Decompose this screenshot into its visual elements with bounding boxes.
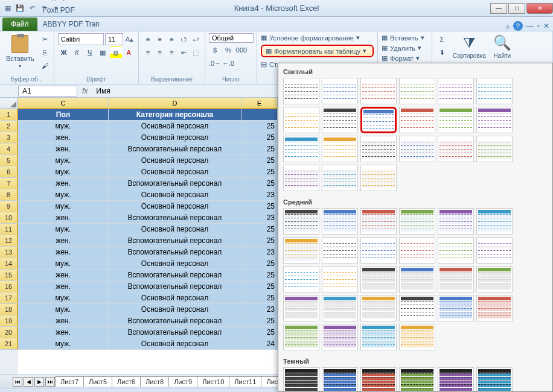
find-select-button[interactable]: 🔍 Найти bbox=[491, 33, 514, 60]
sheet-nav-next-icon[interactable]: ▶ bbox=[34, 377, 44, 387]
cell[interactable]: Основной персонал bbox=[109, 155, 241, 166]
border-icon[interactable]: ▦ bbox=[97, 46, 109, 58]
cell[interactable]: муж. bbox=[18, 304, 109, 315]
row-header-3[interactable]: 3 bbox=[0, 132, 18, 144]
table-style-thumb[interactable] bbox=[360, 107, 397, 133]
table-style-thumb[interactable] bbox=[322, 367, 358, 392]
align-center-icon[interactable]: ≡ bbox=[155, 46, 165, 58]
fill-color-icon[interactable]: ◍ bbox=[110, 46, 122, 58]
table-style-thumb[interactable] bbox=[476, 78, 513, 104]
cell[interactable]: 25 bbox=[241, 292, 278, 304]
inc-decimal-icon[interactable]: .0→ bbox=[209, 57, 221, 69]
table-style-thumb[interactable] bbox=[283, 165, 319, 191]
sheet-tab[interactable]: Лист6 bbox=[112, 376, 141, 387]
table-style-thumb[interactable] bbox=[322, 295, 358, 321]
table-style-thumb[interactable] bbox=[283, 324, 319, 350]
cell[interactable]: Основной персонал bbox=[109, 166, 241, 178]
cell[interactable]: 25 bbox=[241, 201, 278, 212]
cell[interactable]: Основной персонал bbox=[109, 121, 241, 132]
fill-icon[interactable]: ⬇ bbox=[436, 46, 448, 58]
table-style-thumb[interactable] bbox=[438, 295, 474, 321]
cell[interactable]: Основной персонал bbox=[109, 338, 241, 350]
table-style-thumb[interactable] bbox=[399, 295, 435, 321]
fx-icon[interactable]: fx bbox=[77, 87, 92, 95]
cell[interactable]: 25 bbox=[241, 315, 278, 327]
table-style-thumb[interactable] bbox=[360, 78, 397, 104]
cell[interactable]: жен. bbox=[18, 132, 109, 144]
table-style-thumb[interactable] bbox=[360, 324, 397, 350]
table-style-thumb[interactable] bbox=[476, 367, 513, 392]
row-header-16[interactable]: 16 bbox=[0, 281, 18, 292]
table-style-thumb[interactable] bbox=[399, 367, 435, 392]
table-style-thumb[interactable] bbox=[360, 295, 397, 321]
cell[interactable]: жен. bbox=[18, 178, 109, 189]
table-style-thumb[interactable] bbox=[360, 367, 397, 392]
select-all-button[interactable] bbox=[0, 98, 18, 109]
cell[interactable]: 25 bbox=[241, 281, 278, 292]
row-header-19[interactable]: 19 bbox=[0, 315, 18, 327]
underline-button[interactable]: Ч bbox=[84, 46, 96, 58]
cell[interactable]: 23 bbox=[241, 304, 278, 315]
delete-cells-button[interactable]: ▦ Удалить ▾ bbox=[382, 43, 428, 52]
table-style-thumb[interactable] bbox=[322, 324, 358, 350]
align-left-icon[interactable]: ≡ bbox=[142, 46, 153, 58]
table-style-thumb[interactable] bbox=[360, 165, 397, 191]
sheet-nav-last-icon[interactable]: ⏭ bbox=[45, 377, 55, 387]
row-header-2[interactable]: 2 bbox=[0, 121, 18, 132]
cell[interactable]: Вспомогательный персонал bbox=[109, 212, 241, 224]
cell[interactable]: Вспомогательный персонал bbox=[109, 327, 241, 338]
sheet-tab[interactable]: Лист10 bbox=[197, 376, 229, 387]
cell[interactable]: муж. bbox=[18, 166, 109, 178]
table-style-thumb[interactable] bbox=[360, 208, 397, 235]
excel-icon[interactable]: ▦ bbox=[2, 3, 13, 14]
cell[interactable]: 23 bbox=[241, 247, 278, 258]
cell[interactable]: муж. bbox=[18, 338, 109, 350]
doc-close-icon[interactable]: ✕ bbox=[543, 22, 549, 30]
cell[interactable]: Основной персонал bbox=[109, 292, 241, 304]
row-header-1[interactable]: 1 bbox=[0, 109, 18, 121]
table-style-thumb[interactable] bbox=[322, 237, 358, 264]
cell[interactable]: 25 bbox=[241, 132, 278, 144]
table-style-thumb[interactable] bbox=[438, 367, 474, 392]
table-style-thumb[interactable] bbox=[283, 295, 319, 321]
cell[interactable]: 25 bbox=[241, 270, 278, 281]
col-header-D[interactable]: D bbox=[109, 98, 241, 109]
ribbon-tab-9[interactable]: Foxit PDF bbox=[37, 3, 105, 17]
align-right-icon[interactable]: ≡ bbox=[167, 46, 177, 58]
sheet-nav-first-icon[interactable]: ⏮ bbox=[13, 377, 22, 387]
copy-icon[interactable]: ⎘ bbox=[39, 46, 51, 58]
table-style-thumb[interactable] bbox=[476, 295, 513, 321]
row-header-20[interactable]: 20 bbox=[0, 327, 18, 338]
cell[interactable]: Вспомогательный персонал bbox=[109, 270, 241, 281]
cell[interactable]: 25 bbox=[241, 224, 278, 235]
sheet-nav-prev-icon[interactable]: ◀ bbox=[24, 377, 33, 387]
cell[interactable]: жен. bbox=[18, 235, 109, 247]
row-header-7[interactable]: 7 bbox=[0, 178, 18, 189]
sheet-tab[interactable]: Лист11 bbox=[229, 376, 261, 387]
cell[interactable]: жен. bbox=[18, 247, 109, 258]
cell[interactable]: Основной персонал bbox=[109, 304, 241, 315]
table-style-thumb[interactable] bbox=[322, 136, 358, 162]
paste-button[interactable]: Вставить ▾ bbox=[4, 33, 37, 70]
cut-icon[interactable]: ✂ bbox=[39, 33, 51, 45]
cell[interactable]: 25 bbox=[241, 144, 278, 155]
file-tab[interactable]: Файл bbox=[2, 17, 37, 31]
table-style-thumb[interactable] bbox=[360, 237, 397, 264]
table-style-thumb[interactable] bbox=[322, 208, 358, 235]
cell[interactable]: Основной персонал bbox=[109, 189, 241, 201]
cell[interactable]: 23 bbox=[241, 189, 278, 201]
cell[interactable]: муж. bbox=[18, 258, 109, 270]
header-cell[interactable] bbox=[241, 109, 278, 121]
number-format-select[interactable] bbox=[209, 33, 254, 43]
orientation-icon[interactable]: ⭯ bbox=[178, 33, 189, 45]
cell[interactable]: жен. bbox=[18, 281, 109, 292]
maximize-button[interactable]: □ bbox=[508, 3, 525, 14]
cell[interactable]: Основной персонал bbox=[109, 258, 241, 270]
row-header-10[interactable]: 10 bbox=[0, 212, 18, 224]
row-header-13[interactable]: 13 bbox=[0, 247, 18, 258]
doc-restore-icon[interactable]: ▫ bbox=[537, 22, 540, 30]
row-header-14[interactable]: 14 bbox=[0, 258, 18, 270]
format-cells-button[interactable]: ▦ Формат ▾ bbox=[382, 54, 428, 63]
table-style-thumb[interactable] bbox=[283, 208, 319, 235]
align-top-icon[interactable]: ≡ bbox=[142, 33, 153, 45]
